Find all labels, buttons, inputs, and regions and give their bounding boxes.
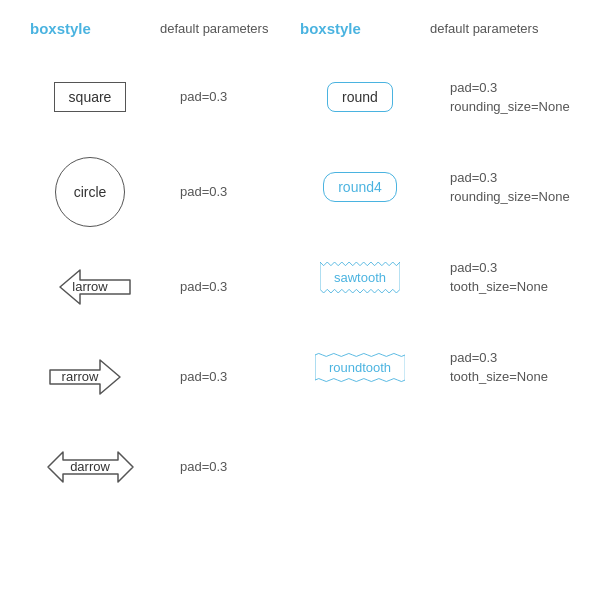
row-rarrow: rarrow pad=0.3 — [30, 347, 300, 407]
params-round4: pad=0.3rounding_size=None — [450, 168, 570, 207]
svg-text:rarrow: rarrow — [62, 369, 99, 384]
shape-rarrow: rarrow — [40, 352, 140, 402]
shape-darrow-container: darrow — [30, 440, 150, 495]
params-larrow: pad=0.3 — [180, 277, 227, 297]
shape-round: round — [327, 82, 393, 112]
params-roundtooth: pad=0.3tooth_size=None — [450, 348, 548, 387]
shape-darrow: darrow — [33, 440, 148, 495]
shape-square: square — [54, 82, 127, 112]
params-darrow: pad=0.3 — [180, 457, 227, 477]
row-roundtooth: roundtooth pad=0.3tooth_size=None — [300, 337, 570, 397]
row-larrow: larrow pad=0.3 — [30, 257, 300, 317]
shape-rarrow-container: rarrow — [30, 352, 150, 402]
row-darrow: darrow pad=0.3 — [30, 437, 300, 497]
params-square: pad=0.3 — [180, 87, 227, 107]
left-column: boxstyle default parameters square pad=0… — [30, 20, 300, 527]
shape-larrow: larrow — [40, 262, 140, 312]
row-sawtooth: sawtooth pad=0.3tooth_size=None — [300, 247, 570, 307]
right-header-params: default parameters — [430, 21, 538, 36]
left-header-title: boxstyle — [30, 20, 120, 37]
shape-sawtooth: sawtooth — [320, 262, 400, 293]
shape-roundtooth: roundtooth — [315, 352, 405, 383]
main-container: boxstyle default parameters square pad=0… — [0, 0, 600, 547]
row-circle: circle pad=0.3 — [30, 157, 300, 227]
params-round: pad=0.3rounding_size=None — [450, 78, 570, 117]
params-circle: pad=0.3 — [180, 182, 227, 202]
params-sawtooth: pad=0.3tooth_size=None — [450, 258, 548, 297]
right-header-title: boxstyle — [300, 20, 390, 37]
shape-round-container: round — [300, 82, 420, 112]
row-round4: round4 pad=0.3rounding_size=None — [300, 157, 570, 217]
svg-text:larrow: larrow — [72, 279, 108, 294]
left-column-header: boxstyle default parameters — [30, 20, 300, 47]
shape-circle-container: circle — [30, 157, 150, 227]
svg-text:darrow: darrow — [70, 459, 110, 474]
shape-roundtooth-container: roundtooth — [300, 352, 420, 383]
row-round: round pad=0.3rounding_size=None — [300, 67, 570, 127]
params-rarrow: pad=0.3 — [180, 367, 227, 387]
right-column: boxstyle default parameters round pad=0.… — [300, 20, 570, 527]
shape-square-container: square — [30, 82, 150, 112]
right-column-header: boxstyle default parameters — [300, 20, 570, 47]
row-square: square pad=0.3 — [30, 67, 300, 127]
shape-sawtooth-container: sawtooth — [300, 262, 420, 293]
shape-circle: circle — [55, 157, 125, 227]
shape-larrow-container: larrow — [30, 262, 150, 312]
shape-round4-container: round4 — [300, 172, 420, 202]
shape-round4: round4 — [323, 172, 397, 202]
left-header-params: default parameters — [160, 21, 268, 36]
